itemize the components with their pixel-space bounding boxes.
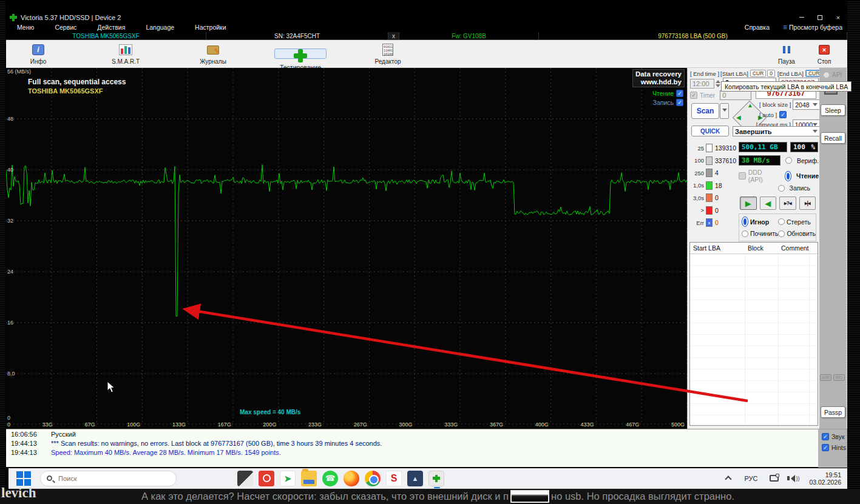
rd-button[interactable]: RD [833,374,845,381]
jump-to-end-button[interactable]: ▸|◂ [799,197,816,210]
stat-row: >0 [689,204,736,217]
seek-left-icon[interactable]: ◀ [736,114,741,121]
seek-up-icon[interactable]: ▲ [747,102,753,109]
stop-label: Стоп [818,58,831,65]
stop-button[interactable]: × Стоп [810,41,839,67]
x-axis-label: 300G [399,422,413,429]
verify-radio[interactable] [785,157,792,164]
smart-button[interactable]: S.M.A.R.T [100,41,152,67]
api-option[interactable]: API [823,72,842,78]
tooltip: Копировать текущий LBA в конечный LBA [721,81,852,92]
x-axis-label: 200G [263,422,276,429]
wr-button[interactable]: WR [820,374,831,381]
editor-button[interactable]: 010110 110011 101001 Редактор [362,41,414,67]
y-axis-label: 8,0 [7,371,15,377]
scan-backward-button[interactable]: ◀ [760,197,777,210]
repair-option[interactable]: Починить [742,230,778,237]
recall-button[interactable]: Recall [821,132,845,144]
menu-item-language[interactable]: Language [143,24,177,31]
start-button[interactable] [16,471,32,486]
sleep-button[interactable]: Sleep [821,104,845,116]
scan-dropdown-button[interactable] [720,103,729,119]
start-lba-zero-button[interactable]: 0 [767,70,775,77]
scan-forward-button[interactable]: ▶ [740,197,757,210]
firefox-icon[interactable] [344,471,359,486]
timer-app-icon[interactable] [259,471,274,486]
menu-item-actions[interactable]: Действия [95,24,127,31]
stat-row: 100337610 [689,155,736,167]
share-app-icon[interactable]: ➤ [280,471,296,486]
legend-read-checkbox[interactable]: ✓ [676,90,683,97]
block-size-label: [ block size ] [759,101,791,108]
buffer-view-button[interactable]: ≡ Просмотр буфера [783,23,842,32]
graph-legend: Чтение ✓ Запись ✓ [652,90,683,108]
start-lba-cur-button[interactable]: CUR [750,70,766,77]
legend-write-checkbox[interactable]: ✓ [676,99,683,106]
timer-input[interactable] [720,90,751,100]
ddd-checkbox[interactable] [739,172,746,180]
language-indicator[interactable]: РУС [744,475,757,482]
passport-button[interactable]: Passp [821,406,845,418]
taskbar-clock[interactable]: 19:51 03.02.2026 [809,471,841,486]
speed-lcd: 38 MB/s [739,155,780,166]
quick-button[interactable]: QUICK [691,126,729,136]
write-radio[interactable] [778,185,785,192]
spin-down-icon[interactable] [716,84,720,90]
menu-item-service[interactable]: Сервис [52,24,79,31]
whatsapp-icon[interactable]: ☎ [322,471,338,486]
read-radio[interactable] [785,171,791,181]
journals-button[interactable]: ✎ Журналы [187,41,239,67]
editor-label: Редактор [374,58,401,65]
stat-row: 1,0s18 [689,180,736,192]
network-icon[interactable] [770,475,779,482]
menu-item-menu[interactable]: Меню [15,24,36,31]
victoria-taskbar-icon[interactable] [428,471,444,486]
timer-checkbox[interactable]: ✓ [690,92,697,99]
menu-item-settings[interactable]: Настройки [192,24,229,31]
pause-button[interactable]: Пауза [772,41,801,67]
red-s-app-icon[interactable]: S [386,471,402,486]
testing-button[interactable]: Тестирование [274,49,327,59]
log-side-panel: ✓ Звук ✓ Hints [818,429,847,468]
jump-to-defect-button[interactable]: ▸?◂ [779,197,796,210]
read-label: Чтение [796,172,819,180]
block-size-select[interactable]: 2048 [793,99,820,110]
minimize-button[interactable] [793,12,811,22]
device-close-button[interactable]: x [388,32,399,39]
stat-row: 25139310 [689,142,736,155]
info-button[interactable]: i Инфо [12,41,64,67]
erase-option[interactable]: Стереть [778,217,814,227]
sound-checkbox[interactable]: ✓ [822,433,829,440]
api-label: API [832,72,842,78]
restore-button[interactable] [811,12,829,22]
pencil-icon: ✎ [214,47,220,55]
chrome-icon[interactable] [365,471,381,486]
speaker-icon[interactable]: )) [787,475,799,482]
hints-checkbox[interactable]: ✓ [822,444,829,451]
hints-label: Hints [831,444,846,451]
end-time-spinner[interactable]: 12:00 [690,78,720,90]
x-axis-label: 500G [671,422,685,429]
hints-option[interactable]: ✓ Hints [822,444,847,451]
sound-option[interactable]: ✓ Звук [822,433,847,440]
journals-label: Журналы [200,58,226,65]
taskbar-search[interactable] [40,471,177,486]
spin-up-icon[interactable] [716,78,720,83]
photos-app-icon[interactable]: ▲ [407,471,423,486]
log-text: *** Scan results: no warnings, no errors… [42,440,382,447]
scan-graph: 56 (MB/s) 48 40 32 24 16 8,0 0 0 33G 67G… [6,68,687,429]
ignore-option[interactable]: Игнор [742,217,778,227]
desktop-app-icon[interactable] [237,471,253,486]
completion-action-select[interactable]: Завершить [733,126,820,136]
menu-item-help[interactable]: Справка [742,24,772,31]
refresh-option[interactable]: Обновить [778,230,816,237]
file-explorer-icon[interactable] [301,471,317,486]
defect-table[interactable]: Start LBA Block Comment [689,242,818,426]
auto-checkbox[interactable]: ✓ [779,111,787,118]
search-input[interactable] [57,474,148,483]
close-button[interactable]: × [829,12,847,22]
y-axis-label: 16 [7,320,13,326]
tray-chevron-icon[interactable] [725,475,732,482]
side-column: API Sleep Recall WR RD Passp [819,68,847,429]
scan-button[interactable]: Scan [691,103,719,119]
